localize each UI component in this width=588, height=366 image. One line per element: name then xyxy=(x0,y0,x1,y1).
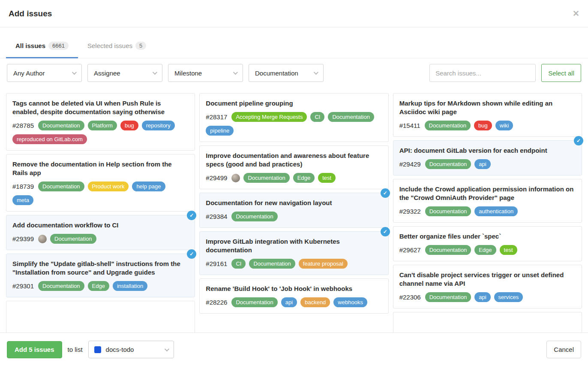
issue-label: Edge xyxy=(88,281,109,291)
issue-id: #18739 xyxy=(12,183,34,190)
check-icon: ✓ xyxy=(189,212,194,218)
issue-card[interactable]: Improve documentation and awareness abou… xyxy=(199,145,388,189)
assignee-filter-dropdown[interactable]: Assignee xyxy=(87,64,162,82)
issue-card[interactable]: ✓Improve GitLab integration with Kuberne… xyxy=(199,231,388,275)
issues-column: Document pipeline grouping#28317Acceptin… xyxy=(199,93,388,336)
issue-meta: #18739DocumentationProduct workhelp page… xyxy=(12,181,189,205)
issue-title: Remove the documentation in Help section… xyxy=(12,160,189,177)
issue-label: Documentation xyxy=(38,181,84,191)
issue-label: Documentation xyxy=(425,121,471,130)
issue-label: Documentation xyxy=(231,212,277,221)
chevron-down-icon xyxy=(233,70,238,75)
author-filter-dropdown[interactable]: Any Author xyxy=(7,64,82,82)
issue-card[interactable]: ✓Add documentation workflow to CI#29399D… xyxy=(6,215,195,250)
issue-id: #22306 xyxy=(399,293,421,301)
issue-label: feature proposal xyxy=(299,259,348,269)
issue-card[interactable]: Remove the documentation in Help section… xyxy=(6,154,195,212)
issue-card[interactable]: Rename 'Build Hook' to 'Job Hook' in web… xyxy=(199,278,388,314)
tab-selected-issues-count: 5 xyxy=(135,42,146,50)
issue-title: Simplify the "Update gitlab-shell" instr… xyxy=(12,260,189,277)
issue-label: test xyxy=(318,173,336,183)
issue-id: #28785 xyxy=(12,122,34,129)
issue-label: Product work xyxy=(88,181,129,191)
issue-label: reproduced on GitLab.com xyxy=(12,134,87,144)
cancel-button[interactable]: Cancel xyxy=(546,341,581,358)
issue-label: Documentation xyxy=(50,234,96,244)
target-list-dropdown[interactable]: docs-todo xyxy=(88,341,174,358)
issue-card[interactable]: Can't disable project services trigger o… xyxy=(393,265,582,309)
issue-label: webhooks xyxy=(333,297,367,307)
chevron-down-icon xyxy=(153,70,157,75)
search-input[interactable] xyxy=(429,64,536,82)
issue-meta: #29627DocumentationEdgetest xyxy=(399,245,576,255)
issue-meta: #28226Documentationapibackendwebhooks xyxy=(206,297,382,307)
issue-label: Documentation xyxy=(38,281,84,291)
issue-id: #15411 xyxy=(399,122,420,129)
issue-label: Documentation xyxy=(425,206,471,216)
issue-label: authentication xyxy=(474,206,518,216)
modal-footer: Add 5 issues to list docs-todo Cancel xyxy=(0,333,588,366)
avatar xyxy=(231,174,240,182)
issue-label: Documentation xyxy=(425,292,471,302)
issue-id: #28226 xyxy=(206,299,227,306)
issue-meta: #29322Documentationauthentication xyxy=(399,206,576,216)
issue-card[interactable]: Include the Crowd application permission… xyxy=(393,179,582,223)
label-filter-dropdown[interactable]: Documentation xyxy=(249,64,324,82)
issue-card[interactable]: Markup tips for MArkdown shown while edi… xyxy=(393,93,582,137)
issue-card[interactable]: ✓Documentation for new navigation layout… xyxy=(199,193,388,228)
issue-card[interactable]: Better organize files under `spec`#29627… xyxy=(393,226,582,261)
issue-title: Include the Crowd application permission… xyxy=(399,185,576,202)
issues-column: Tags cannot be deleted via UI when Push … xyxy=(6,93,195,336)
avatar xyxy=(38,235,47,243)
issue-title: Document pipeline grouping xyxy=(206,99,382,108)
issues-board: Tags cannot be deleted via UI when Push … xyxy=(0,87,588,336)
issue-title: Rename 'Build Hook' to 'Job Hook' in web… xyxy=(206,284,382,293)
select-all-button[interactable]: Select all xyxy=(541,64,581,82)
issue-label: test xyxy=(500,245,517,255)
to-list-label: to list xyxy=(68,346,83,353)
issue-title: API: document GitLab version for each en… xyxy=(399,146,576,155)
chevron-down-icon xyxy=(72,70,77,75)
issue-label: bug xyxy=(120,121,138,130)
modal-header: Add issues ✕ xyxy=(0,0,588,27)
issue-card[interactable]: Tags cannot be deleted via UI when Push … xyxy=(6,93,195,151)
issue-meta: #29429Documentationapi xyxy=(399,159,576,169)
issue-label: Documentation xyxy=(243,173,289,183)
issue-card[interactable]: ✓API: document GitLab version for each e… xyxy=(393,140,582,175)
issue-label: Documentation xyxy=(425,245,471,255)
issue-id: #29301 xyxy=(12,282,34,290)
issue-id: #29322 xyxy=(399,208,421,215)
add-issues-button[interactable]: Add 5 issues xyxy=(7,341,62,358)
tab-selected-issues-label: Selected issues xyxy=(87,42,132,49)
issue-label: meta xyxy=(12,195,33,205)
issue-label: api xyxy=(474,292,490,302)
milestone-filter-dropdown[interactable]: Milestone xyxy=(168,64,243,82)
chevron-down-icon xyxy=(314,70,318,75)
tab-all-issues[interactable]: All issues 6661 xyxy=(6,42,78,58)
issue-card[interactable] xyxy=(6,301,195,336)
issue-card[interactable]: ✓Simplify the "Update gitlab-shell" inst… xyxy=(6,254,195,297)
check-icon: ✓ xyxy=(383,229,387,235)
issue-label: Accepting Merge Requests xyxy=(231,112,307,122)
milestone-filter-label: Milestone xyxy=(174,70,202,77)
issue-label: installation xyxy=(113,281,147,291)
label-filter-label: Documentation xyxy=(255,70,298,77)
tab-selected-issues[interactable]: Selected issues 5 xyxy=(78,42,156,58)
selected-check-badge: ✓ xyxy=(381,188,390,198)
check-icon: ✓ xyxy=(576,138,581,144)
issue-title: Improve GitLab integration with Kubernet… xyxy=(206,237,382,254)
issue-label: Documentation xyxy=(249,259,295,269)
close-icon[interactable]: ✕ xyxy=(573,9,579,18)
issue-meta: #29384Documentation xyxy=(206,212,382,221)
chevron-down-icon xyxy=(164,346,169,351)
check-icon: ✓ xyxy=(189,251,194,257)
issues-column: Markup tips for MArkdown shown while edi… xyxy=(393,93,582,336)
issue-id: #29429 xyxy=(399,160,421,168)
author-filter-label: Any Author xyxy=(13,70,45,77)
issue-card[interactable]: Document pipeline grouping#28317Acceptin… xyxy=(199,93,388,142)
issue-title: Markup tips for MArkdown shown while edi… xyxy=(399,99,576,116)
issue-label: Documentation xyxy=(231,297,277,307)
issue-label: Documentation xyxy=(328,112,374,122)
issue-title: Better organize files under `spec` xyxy=(399,232,576,241)
tab-bar: All issues 6661 Selected issues 5 xyxy=(0,27,588,58)
